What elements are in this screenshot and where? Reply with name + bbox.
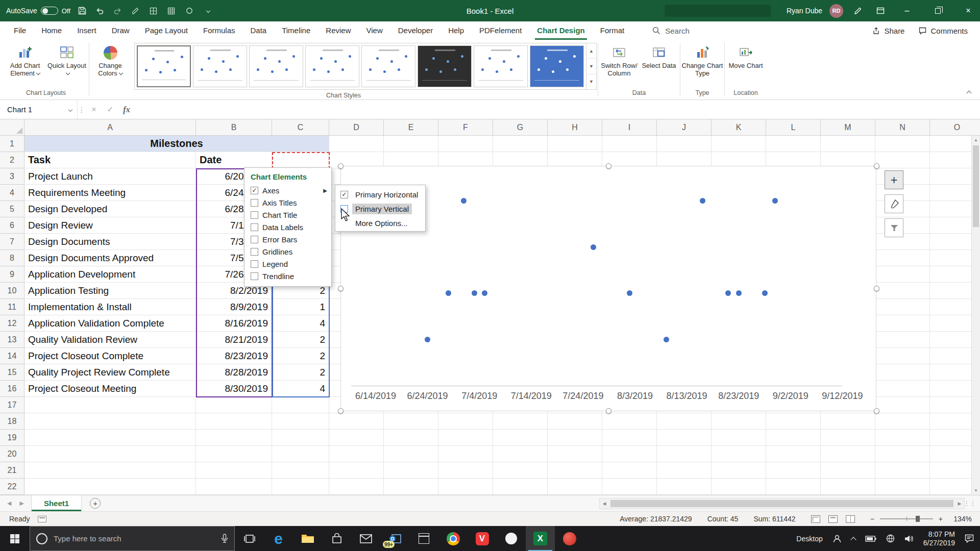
- chart-style-7[interactable]: [474, 45, 528, 87]
- ribbon-tab-format[interactable]: Format: [593, 21, 632, 40]
- start-button[interactable]: [0, 526, 30, 551]
- chart-resize-handle[interactable]: [874, 408, 879, 414]
- cell-date[interactable]: 8/16/2019: [196, 315, 272, 332]
- ribbon-display-options-icon[interactable]: [873, 3, 888, 18]
- select-data-button[interactable]: Select Data: [639, 42, 679, 69]
- formula-input[interactable]: [135, 100, 980, 119]
- gallery-scroll-up-button[interactable]: ▲: [586, 43, 596, 59]
- checkbox-icon[interactable]: [251, 260, 258, 268]
- x-axis-label[interactable]: 8/3/2019: [607, 391, 663, 402]
- sheet-nav-right-icon[interactable]: ▶: [19, 500, 23, 507]
- cell[interactable]: [493, 462, 548, 479]
- chart-resize-handle[interactable]: [338, 163, 344, 169]
- row-header-13[interactable]: 13: [0, 332, 24, 348]
- cell[interactable]: [657, 430, 712, 446]
- row-header-19[interactable]: 19: [0, 430, 24, 446]
- zoom-in-button[interactable]: +: [939, 515, 943, 523]
- cancel-button[interactable]: ×: [86, 100, 102, 119]
- cell[interactable]: [602, 479, 657, 495]
- cell[interactable]: [548, 430, 602, 446]
- x-axis-label[interactable]: 8/23/2019: [710, 391, 767, 402]
- scatter-point[interactable]: [664, 337, 669, 342]
- cell[interactable]: [875, 332, 930, 348]
- ribbon-tab-review[interactable]: Review: [318, 21, 358, 40]
- row-header-6[interactable]: 6: [0, 217, 24, 234]
- page-break-view-button[interactable]: [846, 515, 855, 523]
- ribbon-tab-timeline[interactable]: Timeline: [274, 21, 318, 40]
- chart-styles-button[interactable]: [885, 194, 903, 213]
- cell-task[interactable]: Project Launch: [24, 168, 196, 185]
- chart-resize-handle[interactable]: [606, 163, 611, 169]
- cell[interactable]: [196, 413, 272, 430]
- add-chart-element-button[interactable]: Add Chart Element: [4, 42, 46, 77]
- scatter-point[interactable]: [725, 290, 731, 296]
- cell[interactable]: [875, 397, 930, 413]
- formula-bar-grip[interactable]: ⋮: [78, 100, 86, 119]
- avatar[interactable]: RD: [829, 4, 843, 18]
- ribbon-tab-help[interactable]: Help: [440, 21, 472, 40]
- taskbar-edge-icon[interactable]: e: [264, 526, 293, 551]
- change-chart-type-button[interactable]: Change Chart Type: [681, 42, 723, 77]
- chart-elements-item-error-bars[interactable]: Error Bars: [244, 233, 331, 245]
- close-button[interactable]: ×: [957, 0, 980, 21]
- cell[interactable]: [657, 136, 712, 152]
- change-colors-button[interactable]: Change Colors: [90, 42, 130, 77]
- page-layout-view-button[interactable]: [828, 515, 838, 523]
- cell[interactable]: [766, 479, 821, 495]
- cell[interactable]: [821, 413, 875, 430]
- clock[interactable]: 8:07 PM 6/27/2019: [923, 530, 955, 547]
- cell[interactable]: [602, 136, 657, 152]
- column-header-m[interactable]: M: [821, 119, 875, 136]
- cell[interactable]: [384, 479, 438, 495]
- column-header-l[interactable]: L: [766, 119, 821, 136]
- cell[interactable]: [602, 446, 657, 462]
- cell[interactable]: [196, 479, 272, 495]
- row-header-8[interactable]: 8: [0, 250, 24, 266]
- column-header-k[interactable]: K: [712, 119, 766, 136]
- row-header-18[interactable]: 18: [0, 413, 24, 430]
- cell[interactable]: [438, 462, 493, 479]
- axes-submenu-primary-horizontal[interactable]: ✓Primary Horizontal: [335, 187, 425, 202]
- cell[interactable]: [766, 413, 821, 430]
- cell[interactable]: [384, 430, 438, 446]
- cell[interactable]: [196, 397, 272, 413]
- taskbar-excel-icon[interactable]: X: [526, 526, 555, 551]
- vertical-scrollbar[interactable]: ▲ ▼: [971, 136, 980, 495]
- cell-task[interactable]: Design Documents Approved: [24, 250, 196, 266]
- minimize-button[interactable]: –: [895, 0, 919, 21]
- new-sheet-button[interactable]: +: [90, 498, 101, 509]
- zoom-level[interactable]: 134%: [948, 515, 972, 523]
- scatter-point[interactable]: [772, 198, 778, 204]
- cell-date[interactable]: 8/30/2019: [196, 381, 272, 397]
- cell[interactable]: [196, 446, 272, 462]
- cell[interactable]: [875, 430, 930, 446]
- ribbon-search[interactable]: Search: [652, 21, 690, 40]
- cell-value[interactable]: 1: [272, 299, 329, 315]
- chart-elements-item-gridlines[interactable]: Gridlines: [244, 245, 331, 258]
- taskbar-search-box[interactable]: Type here to search: [30, 526, 235, 551]
- cell-task[interactable]: Application Validation Complete: [24, 315, 196, 332]
- comments-button[interactable]: Comments: [919, 27, 968, 35]
- cell-task[interactable]: Implementation & Install: [24, 299, 196, 315]
- cell[interactable]: [657, 413, 712, 430]
- row-header-7[interactable]: 7: [0, 234, 24, 250]
- cell[interactable]: [657, 462, 712, 479]
- cell-task[interactable]: Design Documents: [24, 234, 196, 250]
- inking-icon[interactable]: [850, 3, 866, 18]
- cell[interactable]: [875, 299, 930, 315]
- cell-value[interactable]: 4: [272, 381, 329, 397]
- column-header-c[interactable]: C: [272, 119, 329, 136]
- macro-record-icon[interactable]: [38, 516, 46, 522]
- row-header-3[interactable]: 3: [0, 168, 24, 185]
- chart-resize-handle[interactable]: [874, 286, 879, 291]
- ribbon-tab-insert[interactable]: Insert: [69, 21, 104, 40]
- cell[interactable]: [712, 462, 766, 479]
- collapse-ribbon-button[interactable]: [964, 88, 974, 95]
- microphone-icon[interactable]: [221, 534, 228, 543]
- cell[interactable]: [821, 479, 875, 495]
- cell[interactable]: [602, 430, 657, 446]
- row-header-20[interactable]: 20: [0, 446, 24, 462]
- column-header-h[interactable]: H: [548, 119, 602, 136]
- cell[interactable]: [493, 446, 548, 462]
- cell[interactable]: [875, 348, 930, 364]
